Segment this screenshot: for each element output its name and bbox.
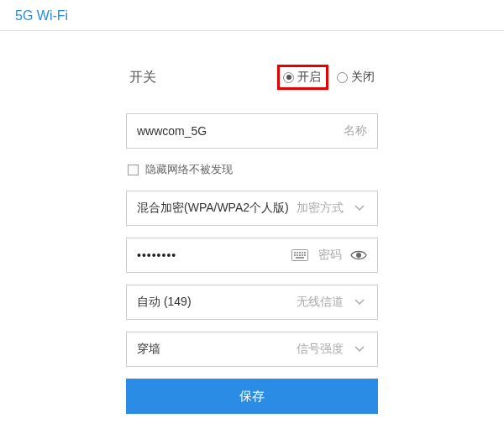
switch-label: 开关 — [126, 69, 156, 86]
section-title: 5G Wi-Fi — [15, 8, 68, 23]
hide-network-label: 隐藏网络不被发现 — [145, 162, 233, 177]
svg-rect-10 — [304, 254, 306, 256]
svg-rect-8 — [299, 254, 301, 256]
svg-rect-11 — [296, 257, 304, 259]
channel-value: 自动 (149) — [137, 295, 192, 310]
hide-network-checkbox[interactable]: 隐藏网络不被发现 — [126, 160, 378, 179]
channel-select[interactable]: 自动 (149) 无线信道 — [126, 285, 378, 320]
svg-rect-2 — [297, 252, 298, 254]
encryption-select[interactable]: 混合加密(WPA/WPA2个人版) 加密方式 — [126, 191, 378, 226]
svg-rect-6 — [294, 254, 296, 256]
svg-point-12 — [356, 253, 361, 258]
checkbox-icon — [128, 165, 139, 175]
eye-icon[interactable] — [350, 249, 367, 261]
chevron-down-icon — [352, 296, 367, 308]
signal-strength-select[interactable]: 穿墙 信号强度 — [126, 332, 378, 367]
keyboard-icon[interactable] — [291, 249, 308, 261]
chevron-down-icon — [352, 343, 367, 355]
save-button-label: 保存 — [239, 389, 265, 405]
password-label: 密码 — [318, 248, 342, 263]
svg-rect-5 — [304, 252, 306, 254]
chevron-down-icon — [352, 202, 367, 214]
signal-strength-value: 穿墙 — [137, 342, 160, 357]
ssid-label: 名称 — [344, 123, 367, 139]
ssid-field[interactable]: wwwcom_5G 名称 — [126, 113, 378, 149]
signal-strength-label: 信号强度 — [297, 342, 344, 357]
encryption-value: 混合加密(WPA/WPA2个人版) — [137, 201, 289, 216]
radio-icon — [337, 72, 348, 83]
svg-rect-1 — [294, 252, 296, 254]
encryption-label: 加密方式 — [297, 201, 344, 216]
wifi-5g-form: 开关 开启 关闭 wwwcom_5G 名称 隐藏网络不被发现 混合加密(WPA/… — [0, 31, 378, 414]
switch-off-label: 关闭 — [351, 70, 375, 85]
radio-icon — [283, 72, 294, 83]
password-field[interactable]: •••••••• 密码 — [126, 238, 378, 273]
save-button[interactable]: 保存 — [126, 379, 378, 414]
svg-rect-7 — [297, 254, 298, 256]
svg-rect-4 — [302, 252, 303, 254]
switch-radio-group: 开启 关闭 — [277, 65, 378, 90]
password-value: •••••••• — [137, 248, 176, 262]
ssid-value: wwwcom_5G — [137, 124, 207, 138]
channel-label: 无线信道 — [297, 295, 344, 310]
switch-row: 开关 开启 关闭 — [126, 65, 378, 90]
svg-rect-9 — [302, 254, 303, 256]
switch-on-option[interactable]: 开启 — [277, 65, 328, 90]
switch-off-option[interactable]: 关闭 — [333, 67, 378, 87]
svg-rect-3 — [299, 252, 301, 254]
switch-on-label: 开启 — [297, 70, 321, 85]
section-header: 5G Wi-Fi — [0, 0, 504, 31]
